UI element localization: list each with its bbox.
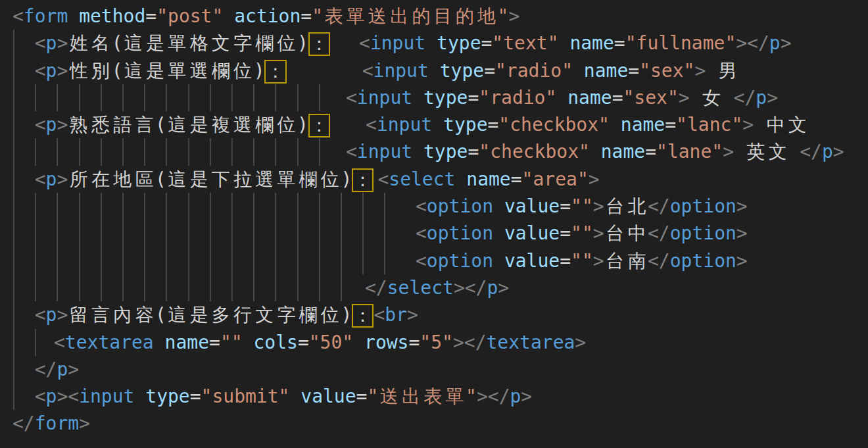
cjk-char: 這	[166, 301, 188, 328]
cjk-char: 行	[231, 301, 253, 328]
code-token: method	[79, 5, 145, 27]
indent-guide	[13, 329, 14, 356]
code-token: p	[46, 168, 57, 190]
code-token: name	[601, 141, 645, 162]
code-token: select	[387, 277, 454, 299]
indent-guide	[210, 84, 211, 111]
code-token: =	[628, 60, 639, 82]
code-token: input	[377, 114, 432, 136]
indent-guide	[122, 274, 124, 301]
code-line[interactable]: <p><input type="submit" value="送出表單"></p…	[0, 383, 868, 410]
cjk-char: 位	[276, 111, 297, 138]
indent-guide	[210, 193, 211, 220]
cjk-char: 文	[786, 111, 808, 138]
code-token: "sex"	[639, 60, 694, 82]
code-token: p	[46, 32, 57, 54]
code-token: 女	[690, 87, 734, 109]
code-line[interactable]: </p>	[0, 356, 868, 383]
code-token	[573, 60, 584, 82]
code-token	[223, 5, 234, 27]
leading-whitespace	[12, 402, 35, 403]
code-token: <	[35, 168, 46, 190]
indent-guide	[35, 84, 36, 111]
code-token: "lane"	[656, 141, 723, 162]
code-token: >	[742, 114, 754, 136]
code-token: "radio"	[495, 60, 573, 82]
code-editor[interactable]: <form method="post" action="表單送出的目的地"><p…	[0, 0, 868, 448]
code-line[interactable]: <option value="">台北</option>	[0, 193, 868, 220]
indent-guide	[101, 247, 102, 274]
leading-whitespace	[12, 157, 346, 158]
indent-guide	[13, 247, 14, 274]
indent-guide	[122, 247, 124, 274]
indent-guide	[362, 247, 364, 274]
cjk-char: 在	[89, 166, 111, 193]
cjk-char: 是	[188, 301, 210, 328]
code-token	[493, 250, 504, 272]
cjk-char: 所	[68, 166, 89, 193]
code-token: name	[466, 168, 510, 190]
code-line[interactable]: <input type="radio" name="sex"> 女 </p>	[0, 84, 868, 111]
cjk-char: 台	[604, 220, 626, 247]
indent-guide	[13, 111, 14, 138]
code-token: <	[12, 5, 24, 27]
code-token: name	[569, 32, 614, 54]
code-line[interactable]: <form method="post" action="表單送出的目的地">	[0, 3, 868, 30]
indent-guide	[188, 274, 189, 301]
indent-guide	[362, 220, 364, 247]
indent-guide	[231, 274, 233, 301]
code-line[interactable]: <p>留言內容(這是多行文字欄位)：<br>	[0, 301, 868, 328]
code-token: <	[346, 141, 357, 162]
indent-guide	[144, 84, 145, 111]
code-token: >	[508, 5, 519, 27]
code-line[interactable]: <p>姓名(這是單格文字欄位)：<input type="text" name=…	[0, 30, 868, 57]
indent-guide	[253, 138, 254, 165]
unicode-highlight-box: ：	[352, 168, 374, 192]
code-token: ""	[571, 195, 593, 217]
code-token: </	[365, 277, 387, 299]
code-line[interactable]: </form>	[0, 410, 868, 437]
code-line[interactable]: <textarea name="" cols="50" rows="5"></t…	[0, 329, 868, 356]
cjk-char: 送	[366, 3, 388, 30]
code-line[interactable]: <p>性別(這是單選欄位)：<input type="radio" name="…	[0, 57, 868, 84]
indent-guide	[188, 220, 189, 247]
code-token: </	[12, 412, 35, 434]
code-token: =	[301, 5, 312, 27]
indent-guide	[188, 247, 189, 274]
code-token: =	[560, 195, 571, 217]
code-line[interactable]: <input type="checkbox" name="lane"> 英文 <…	[0, 138, 868, 165]
cjk-char: 的	[410, 3, 432, 30]
code-token: ></	[453, 332, 487, 353]
code-line[interactable]: </select></p>	[0, 274, 868, 301]
indent-guide	[13, 30, 14, 57]
code-token: <	[362, 60, 374, 82]
code-token: </	[734, 87, 756, 109]
leading-whitespace	[12, 76, 35, 77]
indent-guide	[231, 138, 233, 165]
indent-guide	[79, 247, 80, 274]
code-token: name	[621, 114, 665, 136]
code-line[interactable]: <p>所在地區(這是下拉選單欄位)：<select name="area">	[0, 166, 868, 193]
code-token	[556, 87, 567, 109]
indent-guide	[35, 329, 36, 356]
indent-guide	[275, 247, 276, 274]
indent-guide	[275, 138, 276, 165]
code-token: type	[437, 32, 481, 54]
code-token	[493, 195, 504, 217]
code-line[interactable]: <option value="">台中</option>	[0, 220, 868, 247]
indent-guide	[79, 84, 80, 111]
code-token: type	[145, 386, 189, 407]
cjk-char: 欄	[297, 166, 319, 193]
code-token: =	[665, 114, 676, 136]
code-token	[455, 168, 466, 190]
code-line[interactable]: <p>熟悉語言(這是複選欄位)：<input type="checkbox" n…	[0, 111, 868, 138]
code-token	[432, 114, 443, 136]
indent-guide	[231, 220, 233, 247]
code-token: <	[377, 168, 389, 190]
code-token: input	[357, 141, 412, 162]
cjk-char: 中	[626, 220, 648, 247]
code-line[interactable]: <option value="">台南</option>	[0, 247, 868, 274]
code-token: p	[769, 32, 781, 54]
cjk-char: 別	[89, 57, 111, 84]
code-token: rows	[364, 332, 408, 353]
